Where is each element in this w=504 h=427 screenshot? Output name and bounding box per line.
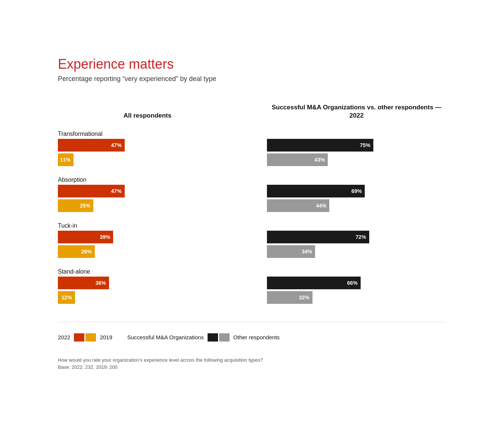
footnote-line2: Base: 2022: 232, 2019: 200 bbox=[58, 364, 446, 371]
right-bar-inner-2-1: 34% bbox=[267, 245, 315, 258]
right-bar-inner-0-0: 75% bbox=[267, 139, 373, 152]
swatch-other bbox=[219, 333, 230, 342]
left-group-3: Stand-alone36%12% bbox=[58, 268, 237, 304]
left-bar-inner-0-0: 47% bbox=[58, 139, 125, 152]
right-bar-val-0-0: 75% bbox=[360, 142, 370, 148]
left-bar-val-0-0: 47% bbox=[111, 142, 122, 148]
legend-other-label: Other respondents bbox=[233, 334, 280, 340]
right-bars-container: 75%43% 69%44% 72%34% 66%32% bbox=[267, 131, 446, 304]
right-label-spacer-1 bbox=[267, 177, 446, 183]
left-bars-container: Transformational47%11%Absorption47%25%Tu… bbox=[58, 131, 237, 304]
right-bar-2-0: 72% bbox=[267, 231, 446, 243]
right-label-spacer-0 bbox=[267, 131, 446, 137]
right-bar-inner-2-0: 72% bbox=[267, 231, 369, 243]
left-bar-val-0-1: 11% bbox=[60, 157, 71, 163]
right-label-spacer-3 bbox=[267, 268, 446, 275]
deal-label-left-0: Transformational bbox=[58, 131, 237, 137]
legend-left: 2022 2019 bbox=[58, 333, 112, 342]
legend-swatches-right bbox=[208, 333, 230, 342]
footnote: How would you rate your organization’s e… bbox=[58, 356, 446, 371]
left-group-2: Tuck-in39%26% bbox=[58, 222, 237, 258]
swatch-success bbox=[208, 333, 218, 342]
right-bar-val-1-1: 44% bbox=[316, 203, 326, 209]
right-bar-0-0: 75% bbox=[267, 139, 446, 152]
deal-label-left-3: Stand-alone bbox=[58, 268, 237, 275]
right-bar-inner-3-1: 32% bbox=[267, 291, 312, 304]
right-bar-inner-1-1: 44% bbox=[267, 199, 329, 212]
left-bar-inner-1-0: 47% bbox=[58, 185, 125, 197]
right-bar-1-0: 69% bbox=[267, 185, 446, 197]
right-group-2: 72%34% bbox=[267, 222, 446, 258]
right-bar-val-1-0: 69% bbox=[351, 188, 362, 194]
left-bar-1-0: 47% bbox=[58, 185, 237, 197]
right-group-0: 75%43% bbox=[267, 131, 446, 166]
left-bar-val-2-1: 26% bbox=[81, 249, 92, 255]
left-bar-inner-0-1: 11% bbox=[58, 153, 74, 166]
left-bar-0-0: 47% bbox=[58, 139, 237, 152]
left-bar-inner-2-1: 26% bbox=[58, 245, 95, 258]
legend-swatches-left bbox=[74, 333, 96, 342]
right-bar-val-3-1: 32% bbox=[299, 294, 309, 300]
left-group-1: Absorption47%25% bbox=[58, 177, 237, 212]
left-bar-inner-3-0: 36% bbox=[58, 277, 109, 289]
right-group-1: 69%44% bbox=[267, 177, 446, 212]
right-bar-0-1: 43% bbox=[267, 153, 446, 166]
deal-label-left-1: Absorption bbox=[58, 177, 237, 183]
chart-body: All respondents Transformational47%11%Ab… bbox=[58, 102, 446, 314]
right-bar-inner-1-0: 69% bbox=[267, 185, 365, 197]
legend-right: Successful M&A Organizations Other respo… bbox=[127, 333, 280, 342]
legend-2022-label: 2022 bbox=[58, 334, 70, 340]
right-column-title: Successful M&A Organizations vs. other r… bbox=[267, 102, 446, 120]
right-bar-3-1: 32% bbox=[267, 291, 446, 304]
left-bar-3-1: 12% bbox=[58, 291, 237, 304]
chart-title: Experience matters bbox=[58, 56, 446, 72]
swatch-2022 bbox=[74, 333, 84, 342]
chart-card: Experience matters Percentage reporting … bbox=[28, 34, 476, 393]
right-bar-inner-0-1: 43% bbox=[267, 153, 328, 166]
right-bar-inner-3-0: 66% bbox=[267, 277, 361, 289]
left-column-title: All respondents bbox=[58, 102, 237, 120]
chart-subtitle: Percentage reporting “very experienced” … bbox=[58, 75, 446, 83]
left-bar-inner-2-0: 39% bbox=[58, 231, 113, 243]
right-bar-val-2-0: 72% bbox=[356, 234, 366, 240]
left-bar-val-3-1: 12% bbox=[62, 294, 72, 300]
legend-2019-label: 2019 bbox=[100, 334, 112, 340]
left-bar-2-1: 26% bbox=[58, 245, 237, 258]
footnote-line1: How would you rate your organization’s e… bbox=[58, 356, 446, 364]
left-bar-0-1: 11% bbox=[58, 153, 237, 166]
right-half: Successful M&A Organizations vs. other r… bbox=[267, 102, 446, 314]
left-group-0: Transformational47%11% bbox=[58, 131, 237, 166]
right-bar-1-1: 44% bbox=[267, 199, 446, 212]
left-bar-inner-3-1: 12% bbox=[58, 291, 75, 304]
right-bar-val-0-1: 43% bbox=[314, 157, 325, 163]
swatch-2019 bbox=[85, 333, 96, 342]
left-bar-val-2-0: 39% bbox=[100, 234, 110, 240]
legend: 2022 2019 Successful M&A Organizations O… bbox=[58, 322, 446, 342]
left-bar-1-1: 25% bbox=[58, 199, 237, 212]
right-bar-val-3-0: 66% bbox=[347, 280, 358, 286]
left-bar-val-1-0: 47% bbox=[111, 188, 122, 194]
right-bar-2-1: 34% bbox=[267, 245, 446, 258]
left-bar-inner-1-1: 25% bbox=[58, 199, 93, 212]
legend-success-label: Successful M&A Organizations bbox=[127, 334, 204, 340]
deal-label-left-2: Tuck-in bbox=[58, 222, 237, 229]
left-bar-val-3-0: 36% bbox=[96, 280, 106, 286]
left-bar-2-0: 39% bbox=[58, 231, 237, 243]
left-bar-val-1-1: 25% bbox=[80, 203, 90, 209]
right-bar-3-0: 66% bbox=[267, 277, 446, 289]
right-group-3: 66%32% bbox=[267, 268, 446, 304]
right-bar-val-2-1: 34% bbox=[302, 249, 312, 255]
left-half: All respondents Transformational47%11%Ab… bbox=[58, 102, 237, 314]
right-label-spacer-2 bbox=[267, 222, 446, 229]
left-bar-3-0: 36% bbox=[58, 277, 237, 289]
